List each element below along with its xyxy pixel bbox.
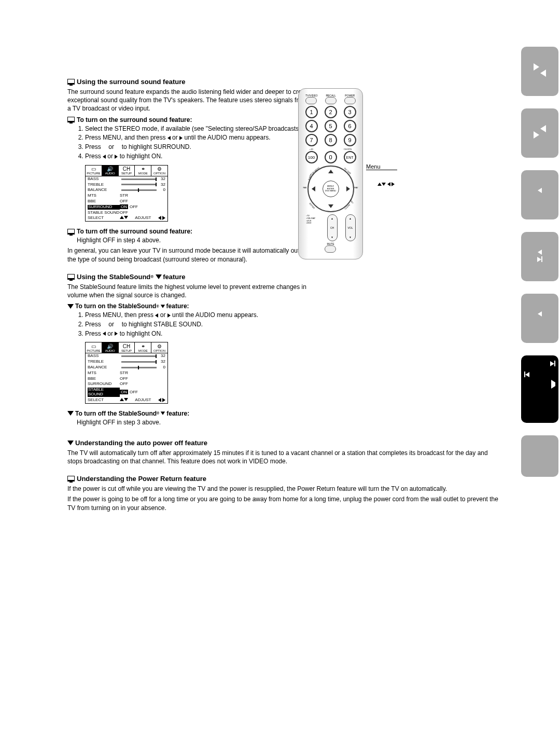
tab-box	[521, 294, 558, 343]
tab-mode: ⚭MODE	[135, 342, 151, 353]
ch-rocker: ▲CH▼	[327, 214, 338, 241]
step: Press or to highlight STABLE SOUND.	[85, 320, 384, 329]
btn-mute	[325, 245, 336, 253]
down-arrow-icon	[382, 183, 386, 186]
tab-box	[521, 435, 558, 477]
tab-mode: ⚭MODE	[135, 166, 151, 176]
stable-off-step: Highlight OFF in step 3 above.	[77, 418, 384, 427]
sidebar-tabs	[521, 47, 560, 489]
heading-stable: Using the StableSound® feature	[67, 273, 384, 281]
mode-switch: ▫TV▫CBL/SAT▫VCR▫DVD	[306, 214, 319, 225]
auto-off-body: The TV will automatically turn off after…	[67, 449, 503, 465]
vol-rocker: ▲VOL▼	[345, 214, 356, 241]
btn-7: 7	[305, 134, 318, 146]
prev-icon	[538, 250, 542, 255]
power-return-p2: If the power is going to be off for a lo…	[67, 495, 503, 512]
tv-icon	[67, 274, 75, 280]
btn-1: 1	[305, 106, 318, 118]
tab-box	[521, 170, 558, 219]
dpad-up-icon	[328, 170, 333, 173]
play-left-icon	[540, 125, 546, 132]
next-icon	[550, 361, 554, 366]
power-return-p1: If the power is cut off while you are vi…	[67, 485, 503, 493]
callout-arrows	[377, 182, 395, 187]
tab-box	[521, 232, 558, 281]
tab-audio: 🔊AUDIO	[102, 166, 119, 176]
down-triangle-icon	[156, 274, 162, 279]
dpad-down-icon	[328, 204, 333, 208]
tab-audio: 🔊AUDIO	[102, 342, 119, 353]
tab-box-active	[521, 355, 558, 423]
right-arrow-icon	[391, 182, 395, 186]
btn-5: 5	[325, 120, 337, 132]
heading-stable-off: To turn off the StableSound® feature:	[67, 410, 384, 417]
next-icon	[537, 257, 541, 262]
tab-setup: CHSETUP	[119, 166, 135, 176]
btn-0: 0	[325, 151, 337, 163]
down-triangle-icon	[161, 411, 165, 415]
btn-8: 8	[325, 134, 337, 146]
btn-tvvideo	[305, 97, 317, 104]
remote-control: TV/VIDEO RECALL POWER 123 456 789 +10CH …	[298, 88, 363, 259]
down-triangle-icon	[160, 305, 164, 308]
tab-box	[521, 47, 558, 96]
osd-menu-stable: ▭PICTURE 🔊AUDIO CHSETUP ⚭MODE ⚙OPTION BA…	[85, 342, 168, 403]
tv-icon	[67, 476, 75, 482]
tab-picture: ▭PICTURE	[86, 342, 102, 353]
step: Press MENU, then press or until the AUDI…	[85, 311, 384, 320]
play-left-icon	[540, 70, 546, 77]
stable-on-steps: Press MENU, then press or until the AUDI…	[85, 311, 384, 338]
tab-option: ⚙OPTION	[151, 342, 167, 353]
dpad-left-icon	[312, 186, 315, 191]
tv-icon	[67, 229, 75, 235]
btn-2: 2	[325, 106, 337, 118]
play-icon	[534, 63, 539, 71]
callout-menu: Menu	[366, 163, 381, 170]
tab-box	[521, 108, 558, 158]
step: Press or to highlight ON.	[85, 329, 384, 338]
heading-surround: Using the surround sound feature	[67, 78, 384, 86]
play-icon	[534, 131, 539, 139]
btn-3: 3	[344, 106, 356, 118]
btn-ent: ENT	[344, 151, 356, 163]
stable-intro: The StableSound feature limits the highe…	[67, 283, 311, 299]
tab-picture: ▭PICTURE	[86, 166, 102, 176]
prev-icon	[538, 188, 542, 193]
surround-intro: The surround sound feature expands the a…	[67, 88, 311, 113]
tv-icon	[67, 79, 75, 85]
prev-track-icon	[525, 372, 529, 377]
surround-note: In general, you can leave your TV in sur…	[67, 246, 311, 263]
tab-option: ⚙OPTION	[151, 166, 167, 176]
up-arrow-icon	[377, 183, 382, 186]
heading-auto-off: Understanding the auto power off feature	[67, 439, 503, 447]
osd-menu-surround: ▭PICTURE 🔊AUDIO CHSETUP ⚭MODE ⚙OPTION BA…	[85, 165, 168, 222]
down-triangle-icon	[67, 441, 74, 445]
left-arrow-icon	[387, 182, 390, 186]
btn-power	[344, 97, 356, 104]
play-icon	[551, 380, 555, 389]
btn-100: 100	[305, 151, 318, 163]
dpad-right-icon	[346, 186, 350, 191]
btn-6: 6	[344, 120, 356, 132]
down-triangle-icon	[67, 411, 74, 416]
btn-9: 9	[344, 134, 356, 146]
heading-stable-on: To turn on the StableSound® feature:	[67, 302, 384, 310]
tv-icon	[67, 117, 75, 122]
dpad: TOP MENU SLEEP PIC SIZE ENTER EXIT CLEAR…	[307, 166, 354, 212]
btn-4: 4	[305, 120, 318, 132]
down-triangle-icon	[67, 304, 74, 309]
btn-recall	[325, 97, 337, 104]
prev-icon	[538, 311, 542, 317]
tab-setup: CHSETUP	[119, 342, 135, 353]
heading-power-return: Understanding the Power Return feature	[67, 475, 503, 483]
